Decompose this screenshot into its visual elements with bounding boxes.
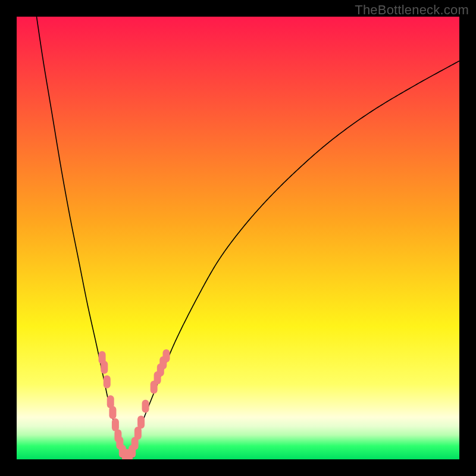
data-marker (109, 406, 116, 419)
chart-svg (17, 17, 459, 459)
attribution-text: TheBottleneck.com (355, 2, 469, 18)
data-marker (142, 400, 149, 413)
gradient-background (17, 17, 459, 459)
plot-area (17, 17, 459, 459)
data-marker (162, 349, 170, 362)
data-marker (101, 361, 108, 374)
data-marker (104, 375, 111, 389)
outer-frame: TheBottleneck.com (0, 0, 476, 476)
data-marker (137, 416, 145, 429)
